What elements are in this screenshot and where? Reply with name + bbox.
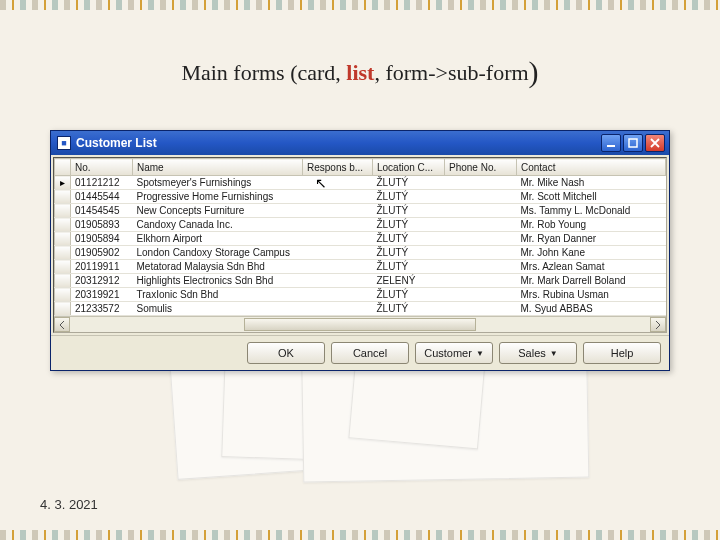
row-selector[interactable] <box>55 288 71 302</box>
close-button[interactable] <box>645 134 665 152</box>
cell[interactable] <box>303 288 373 302</box>
cell[interactable]: Highlights Electronics Sdn Bhd <box>133 274 303 288</box>
scroll-right-button[interactable] <box>650 317 666 332</box>
cell[interactable] <box>445 274 517 288</box>
ok-button[interactable]: OK <box>247 342 325 364</box>
cell[interactable]: New Concepts Furniture <box>133 204 303 218</box>
cell[interactable]: Ms. Tammy L. McDonald <box>517 204 666 218</box>
col-header-contact[interactable]: Contact <box>517 159 666 176</box>
cell[interactable]: Mr. Mark Darrell Boland <box>517 274 666 288</box>
cell[interactable]: Mr. John Kane <box>517 246 666 260</box>
row-selector[interactable] <box>55 190 71 204</box>
cell[interactable] <box>303 204 373 218</box>
cell[interactable]: 01905893 <box>71 218 133 232</box>
cell[interactable] <box>445 190 517 204</box>
cell[interactable]: ŽLUTÝ <box>373 246 445 260</box>
table-row[interactable]: 01905894Elkhorn AirportŽLUTÝMr. Ryan Dan… <box>55 232 666 246</box>
cell[interactable]: Elkhorn Airport <box>133 232 303 246</box>
sales-menu-button[interactable]: Sales▼ <box>499 342 577 364</box>
cell[interactable]: ŽLUTÝ <box>373 302 445 316</box>
cell[interactable]: 21233572 <box>71 302 133 316</box>
cell[interactable] <box>445 176 517 190</box>
cell[interactable]: ŽLUTÝ <box>373 218 445 232</box>
cell[interactable]: Mr. Ryan Danner <box>517 232 666 246</box>
cell[interactable]: 01445544 <box>71 190 133 204</box>
col-header-selector[interactable] <box>55 159 71 176</box>
cell[interactable]: Progressive Home Furnishings <box>133 190 303 204</box>
row-selector[interactable] <box>55 204 71 218</box>
cell[interactable]: Candoxy Canada Inc. <box>133 218 303 232</box>
data-grid[interactable]: No. Name Respons b... Location C... Phon… <box>53 157 667 333</box>
cell[interactable]: ŽLUTÝ <box>373 232 445 246</box>
table-row[interactable]: ▸01121212Spotsmeyer's FurnishingsŽLUTÝMr… <box>55 176 666 190</box>
cell[interactable]: Mr. Rob Young <box>517 218 666 232</box>
cell[interactable]: ZELENÝ <box>373 274 445 288</box>
cell[interactable] <box>445 288 517 302</box>
minimize-button[interactable] <box>601 134 621 152</box>
table-row[interactable]: 01445544Progressive Home FurnishingsŽLUT… <box>55 190 666 204</box>
cell[interactable]: M. Syud ABBAS <box>517 302 666 316</box>
cell[interactable] <box>445 204 517 218</box>
cell[interactable] <box>303 246 373 260</box>
cell[interactable]: 20119911 <box>71 260 133 274</box>
row-selector[interactable] <box>55 246 71 260</box>
cell[interactable] <box>303 274 373 288</box>
maximize-button[interactable] <box>623 134 643 152</box>
scroll-track[interactable] <box>70 317 650 332</box>
cell[interactable] <box>445 260 517 274</box>
row-selector[interactable] <box>55 260 71 274</box>
cell[interactable]: ŽLUTÝ <box>373 176 445 190</box>
cell[interactable]: Metatorad Malaysia Sdn Bhd <box>133 260 303 274</box>
cell[interactable]: ŽLUTÝ <box>373 204 445 218</box>
cell[interactable] <box>303 218 373 232</box>
customer-menu-button[interactable]: Customer▼ <box>415 342 493 364</box>
cell[interactable]: 20312912 <box>71 274 133 288</box>
cell[interactable]: ŽLUTÝ <box>373 260 445 274</box>
table-row[interactable]: 01905902London Candoxy Storage CampusŽLU… <box>55 246 666 260</box>
row-selector[interactable] <box>55 274 71 288</box>
table-row[interactable]: 01454545New Concepts FurnitureŽLUTÝMs. T… <box>55 204 666 218</box>
table-row[interactable]: 20119911Metatorad Malaysia Sdn BhdŽLUTÝM… <box>55 260 666 274</box>
window-titlebar[interactable]: ■ Customer List <box>51 131 669 155</box>
cell[interactable]: Mr. Mike Nash <box>517 176 666 190</box>
cell[interactable] <box>303 176 373 190</box>
cell[interactable]: ŽLUTÝ <box>373 190 445 204</box>
col-header-name[interactable]: Name <box>133 159 303 176</box>
cell[interactable]: ŽLUTÝ <box>373 288 445 302</box>
col-header-no[interactable]: No. <box>71 159 133 176</box>
cell[interactable]: 20319921 <box>71 288 133 302</box>
col-header-location[interactable]: Location C... <box>373 159 445 176</box>
cell[interactable]: Mrs. Rubina Usman <box>517 288 666 302</box>
cell[interactable]: Mr. Scott Mitchell <box>517 190 666 204</box>
help-button[interactable]: Help <box>583 342 661 364</box>
cell[interactable] <box>303 260 373 274</box>
cell[interactable] <box>303 232 373 246</box>
table-row[interactable]: 20312912Highlights Electronics Sdn BhdZE… <box>55 274 666 288</box>
table-row[interactable]: 01905893Candoxy Canada Inc.ŽLUTÝMr. Rob … <box>55 218 666 232</box>
cell[interactable]: Somulis <box>133 302 303 316</box>
cell[interactable]: 01905902 <box>71 246 133 260</box>
cell[interactable] <box>445 232 517 246</box>
cell[interactable]: 01454545 <box>71 204 133 218</box>
cell[interactable]: TraxIonic Sdn Bhd <box>133 288 303 302</box>
scroll-left-button[interactable] <box>54 317 70 332</box>
table-row[interactable]: 20319921TraxIonic Sdn BhdŽLUTÝMrs. Rubin… <box>55 288 666 302</box>
row-selector[interactable] <box>55 232 71 246</box>
cell[interactable]: London Candoxy Storage Campus <box>133 246 303 260</box>
cell[interactable]: Mrs. Azlean Samat <box>517 260 666 274</box>
row-selector[interactable]: ▸ <box>55 176 71 190</box>
horizontal-scrollbar[interactable] <box>54 316 666 332</box>
row-selector[interactable] <box>55 218 71 232</box>
cell[interactable]: Spotsmeyer's Furnishings <box>133 176 303 190</box>
cell[interactable] <box>445 302 517 316</box>
scroll-thumb[interactable] <box>244 318 476 331</box>
cell[interactable] <box>303 302 373 316</box>
cell[interactable]: 01905894 <box>71 232 133 246</box>
cell[interactable]: 01121212 <box>71 176 133 190</box>
cell[interactable] <box>303 190 373 204</box>
cancel-button[interactable]: Cancel <box>331 342 409 364</box>
table-row[interactable]: 21233572SomulisŽLUTÝM. Syud ABBAS <box>55 302 666 316</box>
col-header-responsible[interactable]: Respons b... <box>303 159 373 176</box>
cell[interactable] <box>445 218 517 232</box>
col-header-phone[interactable]: Phone No. <box>445 159 517 176</box>
